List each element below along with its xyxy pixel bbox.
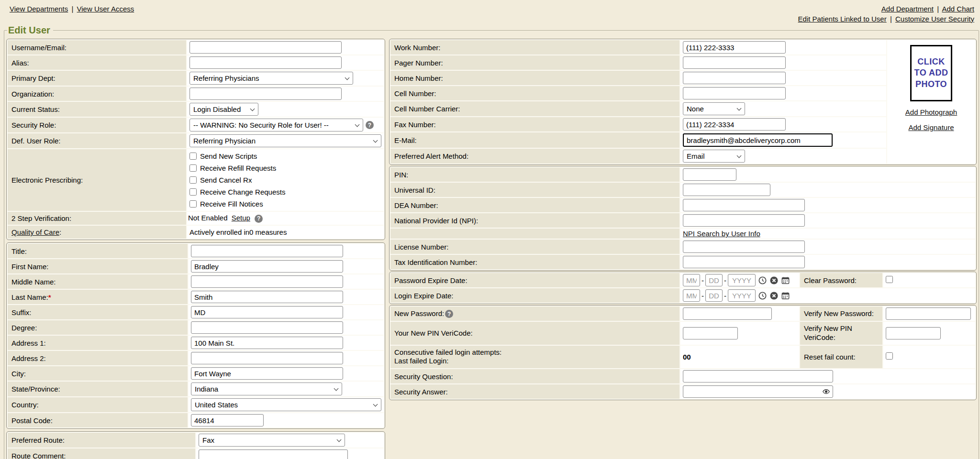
password-expire-dd-input[interactable] — [705, 274, 723, 286]
username-input[interactable] — [189, 41, 342, 54]
receive-change-requests-checkbox[interactable] — [189, 188, 197, 196]
table-row: Login Expire Date: - - — [390, 288, 975, 303]
security-answer-input[interactable] — [683, 385, 833, 398]
suffix-label: Suffix: — [8, 305, 188, 319]
help-icon[interactable]: ? — [366, 121, 374, 129]
license-number-input[interactable] — [683, 240, 805, 253]
title-label: Title: — [8, 244, 188, 258]
verify-pin-vericode-input[interactable] — [886, 327, 941, 339]
address2-input[interactable] — [191, 352, 343, 364]
password-expire-mm-input[interactable] — [683, 274, 700, 286]
add-photograph-link[interactable]: Add Photograph — [887, 106, 975, 119]
tax-id-label: Tax Identification Number: — [390, 255, 679, 269]
add-signature-link[interactable]: Add Signature — [887, 121, 975, 134]
tax-id-input[interactable] — [683, 256, 805, 268]
customize-user-security-link[interactable]: Customize User Security — [895, 15, 974, 23]
chevron-down-icon — [250, 106, 255, 111]
def-user-role-select[interactable]: Referring Physician — [189, 134, 381, 147]
reset-fail-count-label: Reset fail count: — [800, 346, 882, 369]
primary-dept-select[interactable]: Referring Physicians — [189, 72, 353, 85]
pager-number-input[interactable] — [683, 56, 786, 69]
suffix-input[interactable] — [191, 306, 343, 318]
universal-id-input[interactable] — [683, 184, 770, 196]
view-departments-link[interactable]: View Departments — [10, 5, 68, 13]
table-row: License Number: — [390, 240, 975, 254]
calendar-icon[interactable] — [781, 291, 790, 300]
npi-label: National Provider Id (NPI): — [390, 213, 679, 228]
table-row: Username/Email: — [8, 40, 384, 55]
reset-fail-count-checkbox[interactable] — [886, 352, 893, 360]
last-name-input[interactable] — [191, 291, 343, 303]
receive-fill-notices-checkbox[interactable] — [189, 200, 197, 208]
work-number-input[interactable] — [683, 41, 786, 54]
view-user-access-link[interactable]: View User Access — [77, 5, 134, 13]
clear-date-icon[interactable] — [769, 291, 779, 300]
show-password-eye-icon[interactable] — [822, 388, 830, 396]
npi-search-link[interactable]: NPI Search by User Info — [683, 230, 760, 238]
organization-label: Organization: — [8, 87, 186, 101]
edit-patients-linked-link[interactable]: Edit Patients Linked to User — [798, 15, 887, 23]
country-label: Country: — [8, 397, 188, 412]
failed-login-label: Consecutive failed login attempts: Last … — [390, 346, 679, 369]
pin-input[interactable] — [683, 168, 736, 181]
organization-input[interactable] — [189, 87, 342, 100]
eprescribing-option: Receive Change Requests — [189, 186, 381, 198]
login-expire-dd-input[interactable] — [705, 289, 723, 302]
pin-label: PIN: — [390, 167, 679, 182]
twostep-setup-link[interactable]: Setup — [232, 214, 250, 222]
title-input[interactable] — [191, 245, 343, 257]
send-new-scripts-checkbox[interactable] — [189, 153, 197, 160]
table-row: Tax Identification Number: — [390, 255, 975, 269]
first-name-input[interactable] — [191, 260, 343, 273]
nav-separator: | — [935, 5, 940, 13]
clear-password-checkbox[interactable] — [886, 276, 893, 283]
checkbox-label: Receive Fill Notices — [200, 200, 263, 208]
address1-input[interactable] — [191, 337, 343, 349]
dea-number-label: DEA Number: — [390, 198, 679, 212]
add-photo-box[interactable]: CLICK TO ADD PHOTO — [910, 45, 952, 101]
current-status-select[interactable]: Login Disabled — [189, 103, 258, 116]
security-question-input[interactable] — [683, 370, 833, 382]
eprescribing-option: Receive Refill Requests — [189, 162, 381, 174]
help-icon[interactable]: ? — [445, 310, 453, 318]
add-chart-link[interactable]: Add Chart — [942, 5, 974, 13]
fax-number-input[interactable] — [683, 118, 786, 131]
state-select[interactable]: Indiana — [191, 382, 342, 395]
login-expire-mm-input[interactable] — [683, 289, 700, 302]
security-role-select[interactable]: -- WARNING: No Security Role for User! -… — [189, 119, 363, 131]
table-row: Title: — [8, 244, 384, 258]
pin-vericode-input[interactable] — [683, 327, 738, 339]
postal-code-input[interactable] — [191, 414, 264, 426]
table-row: Suffix: — [8, 305, 384, 319]
verify-password-input[interactable] — [886, 307, 971, 320]
chevron-down-icon — [337, 437, 342, 442]
city-input[interactable] — [191, 367, 343, 380]
dea-number-input[interactable] — [683, 199, 805, 211]
quality-of-care-link[interactable]: Quality of Care — [11, 228, 59, 236]
email-input[interactable] — [683, 133, 833, 147]
calendar-icon[interactable] — [781, 276, 790, 285]
cell-number-input[interactable] — [683, 87, 786, 99]
clear-date-icon[interactable] — [769, 276, 779, 285]
help-icon[interactable]: ? — [255, 215, 263, 223]
preferred-route-select[interactable]: Fax — [199, 434, 345, 447]
password-expire-yyyy-input[interactable] — [728, 274, 756, 286]
clock-icon[interactable] — [758, 291, 767, 300]
table-row: DEA Number: — [390, 198, 975, 212]
receive-refill-requests-checkbox[interactable] — [189, 164, 197, 172]
preferred-alert-select[interactable]: Email — [683, 150, 745, 163]
middle-name-input[interactable] — [191, 275, 343, 288]
send-cancel-rx-checkbox[interactable] — [189, 176, 197, 184]
country-select[interactable]: United States — [191, 398, 381, 411]
clock-icon[interactable] — [758, 276, 767, 285]
cell-carrier-select[interactable]: None — [683, 102, 745, 115]
login-expire-yyyy-input[interactable] — [728, 289, 756, 302]
eprescribing-option: Send New Scripts — [189, 150, 381, 162]
add-department-link[interactable]: Add Department — [881, 5, 934, 13]
new-password-input[interactable] — [683, 307, 772, 320]
npi-input[interactable] — [683, 214, 805, 227]
alias-input[interactable] — [189, 56, 342, 69]
route-comment-input[interactable] — [199, 449, 348, 459]
home-number-input[interactable] — [683, 72, 786, 84]
degree-input[interactable] — [191, 321, 343, 334]
